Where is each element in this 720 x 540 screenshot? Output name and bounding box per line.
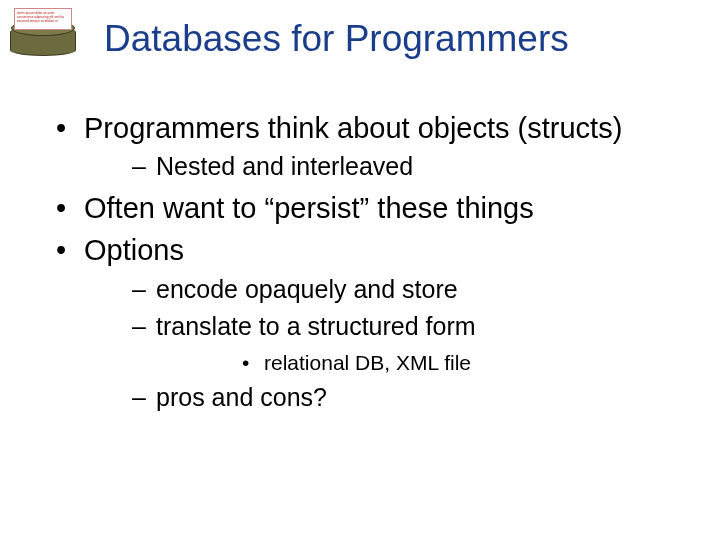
bullet-text: pros and cons?	[156, 383, 327, 411]
sub-bullet: Nested and interleaved	[84, 150, 680, 184]
slide: lorem ipsum dolor sit amet consectetur a…	[0, 0, 720, 540]
sub-bullet: translate to a structured form relationa…	[84, 310, 680, 377]
logo: lorem ipsum dolor sit amet consectetur a…	[8, 8, 80, 56]
bullet-text: Often want to “persist” these things	[84, 192, 534, 224]
bullet-text: encode opaquely and store	[156, 275, 458, 303]
sub-sub-bullet: relational DB, XML file	[156, 348, 680, 377]
bullet-text: Programmers think about objects (structs…	[84, 112, 622, 144]
bullet: Programmers think about objects (structs…	[40, 110, 680, 184]
bullet-text: translate to a structured form	[156, 312, 476, 340]
slide-title: Databases for Programmers	[104, 18, 569, 60]
logo-label: lorem ipsum dolor sit amet consectetur a…	[14, 8, 72, 30]
slide-content: Programmers think about objects (structs…	[40, 110, 680, 421]
bullet-text: relational DB, XML file	[264, 351, 471, 374]
bullet: Options encode opaquely and store transl…	[40, 232, 680, 415]
sub-bullet: pros and cons?	[84, 381, 680, 415]
bullet-text: Nested and interleaved	[156, 152, 413, 180]
sub-bullet: encode opaquely and store	[84, 273, 680, 307]
database-icon	[10, 26, 76, 56]
bullet: Often want to “persist” these things	[40, 190, 680, 226]
bullet-text: Options	[84, 234, 184, 266]
